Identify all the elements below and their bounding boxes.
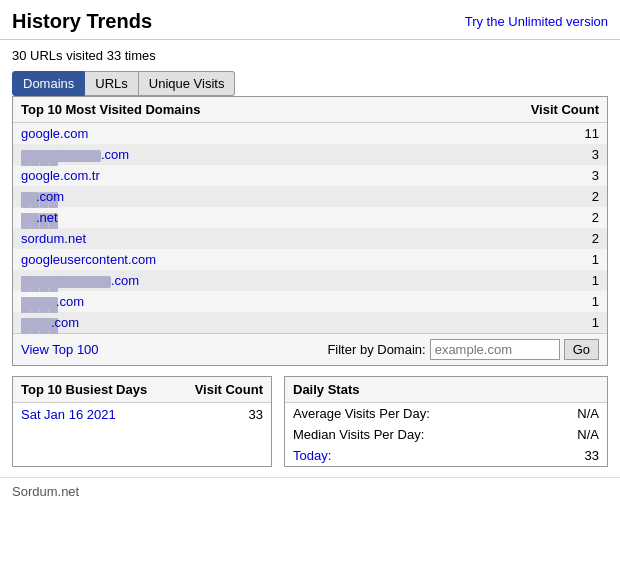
view-top-100-link[interactable]: View Top 100: [21, 342, 99, 357]
page-title: History Trends: [12, 10, 152, 33]
table-row: googleusercontent.com: [13, 249, 428, 270]
domains-table-section: Top 10 Most Visited Domains Visit Count …: [12, 96, 608, 366]
visit-count-cell: 2: [428, 228, 607, 249]
table-footer: View Top 100 Filter by Domain: Go: [13, 333, 607, 365]
page-footer: Sordum.net: [0, 477, 620, 505]
col-count-header: Visit Count: [428, 97, 607, 123]
domain-link[interactable]: ████.com: [21, 189, 64, 204]
try-unlimited-anchor[interactable]: Try the Unlimited version: [465, 14, 608, 29]
filter-input[interactable]: [430, 339, 560, 360]
visit-count-cell: 1: [428, 249, 607, 270]
table-row: ████.net: [13, 207, 428, 228]
list-item: Average Visits Per Day:N/A: [285, 403, 607, 424]
table-row: ████.com: [13, 144, 428, 165]
col-domain-header: Top 10 Most Visited Domains: [13, 97, 428, 123]
daily-stat-value: N/A: [577, 406, 599, 421]
domain-link[interactable]: sordum.net: [21, 231, 86, 246]
tab-unique-visits[interactable]: Unique Visits: [139, 71, 236, 96]
busiest-days-col-count: Visit Count: [195, 382, 263, 397]
busiest-days-box: Top 10 Busiest Days Visit Count Sat Jan …: [12, 376, 272, 467]
tabs-container: Domains URLs Unique Visits: [0, 71, 620, 96]
table-row: google.com: [13, 123, 428, 145]
tab-bar: Domains URLs Unique Visits: [12, 71, 608, 96]
tab-domains[interactable]: Domains: [12, 71, 85, 96]
summary-text: 30 URLs visited 33 times: [0, 40, 620, 71]
filter-label: Filter by Domain:: [327, 342, 425, 357]
domain-link[interactable]: googleusercontent.com: [21, 252, 156, 267]
daily-stats-box: Daily Stats Average Visits Per Day:N/AMe…: [284, 376, 608, 467]
table-row: ████.com: [13, 291, 428, 312]
page-header: History Trends Try the Unlimited version: [0, 0, 620, 40]
daily-stat-value: N/A: [577, 427, 599, 442]
domain-link[interactable]: google.com: [21, 126, 88, 141]
daily-stat-value: 33: [585, 448, 599, 463]
busiest-day-link[interactable]: Sat Jan 16 2021: [21, 407, 116, 422]
domain-link[interactable]: ████.com: [21, 147, 129, 162]
table-row: ████.com: [13, 312, 428, 333]
visit-count-cell: 11: [428, 123, 607, 145]
visit-count-cell: 2: [428, 207, 607, 228]
try-unlimited-link[interactable]: Try the Unlimited version: [465, 14, 608, 29]
busiest-days-header: Top 10 Busiest Days Visit Count: [13, 377, 271, 403]
domain-link[interactable]: ████.com: [21, 273, 139, 288]
table-row: ████.com: [13, 270, 428, 291]
domain-link[interactable]: google.com.tr: [21, 168, 100, 183]
daily-stat-link[interactable]: Today:: [293, 448, 331, 463]
domain-link[interactable]: ████.net: [21, 210, 58, 225]
go-button[interactable]: Go: [564, 339, 599, 360]
domain-link[interactable]: ████.com: [21, 294, 84, 309]
domain-link[interactable]: ████.com: [21, 315, 79, 330]
view-top-100-anchor[interactable]: View Top 100: [21, 342, 99, 357]
visit-count-cell: 1: [428, 291, 607, 312]
visit-count-cell: 3: [428, 144, 607, 165]
daily-stats-title: Daily Stats: [293, 382, 359, 397]
busiest-day-count: 33: [249, 407, 263, 422]
list-item: Sat Jan 16 202133: [13, 403, 271, 426]
bottom-section: Top 10 Busiest Days Visit Count Sat Jan …: [12, 376, 608, 467]
visit-count-cell: 1: [428, 312, 607, 333]
list-item: Median Visits Per Day:N/A: [285, 424, 607, 445]
visit-count-cell: 3: [428, 165, 607, 186]
daily-stats-header: Daily Stats: [285, 377, 607, 403]
table-row: sordum.net: [13, 228, 428, 249]
table-row: ████.com: [13, 186, 428, 207]
visit-count-cell: 1: [428, 270, 607, 291]
table-row: google.com.tr: [13, 165, 428, 186]
tab-urls[interactable]: URLs: [85, 71, 139, 96]
list-item: Today:33: [285, 445, 607, 466]
busiest-days-title: Top 10 Busiest Days: [21, 382, 147, 397]
domains-table: Top 10 Most Visited Domains Visit Count …: [13, 97, 607, 333]
visit-count-cell: 2: [428, 186, 607, 207]
filter-domain-area: Filter by Domain: Go: [327, 339, 599, 360]
